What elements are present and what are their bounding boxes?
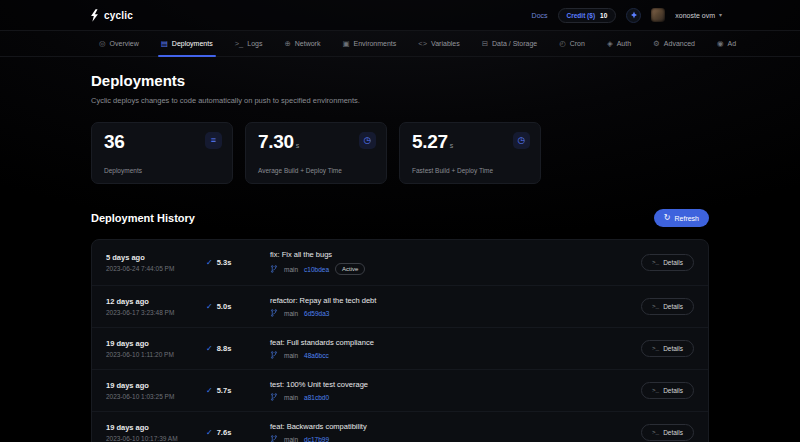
- database-icon: ⊟: [482, 40, 488, 48]
- commit-message: feat: Backwards compatibility: [270, 422, 641, 431]
- tab-overview[interactable]: ◎ Overview: [88, 31, 150, 56]
- git-branch-icon: [270, 393, 278, 401]
- main-content: Deployments Cyclic deploys changes to co…: [91, 72, 709, 442]
- build-duration: 7.6s: [217, 428, 232, 437]
- logo[interactable]: cyclic: [90, 9, 133, 22]
- terminal-icon: >_: [652, 429, 659, 436]
- commit-message: fix: Fix all the bugs: [270, 250, 641, 259]
- tab-label: Advanced: [664, 40, 695, 47]
- deployments-icon: ▤: [161, 40, 168, 48]
- branch-name: main: [284, 394, 298, 401]
- refresh-button[interactable]: ↻ Refresh: [654, 209, 709, 227]
- branch-name: main: [284, 436, 298, 442]
- spark-icon-button[interactable]: [626, 8, 641, 23]
- tab-label: Network: [295, 40, 321, 47]
- top-bar: cyclic Docs Credit ($) 10 xonoste ovm ▾: [0, 0, 800, 31]
- relative-time: 5 days ago: [106, 253, 206, 262]
- commit-hash-link[interactable]: 6d59da3: [304, 310, 329, 317]
- terminal-icon: >_: [235, 40, 244, 48]
- refresh-icon: ↻: [664, 214, 671, 222]
- box-icon: ▣: [342, 40, 349, 48]
- tab-deployments[interactable]: ▤ Deployments: [150, 31, 224, 56]
- tab-admin[interactable]: ◉ Ad: [706, 31, 747, 56]
- build-duration: 5.3s: [217, 258, 232, 267]
- spark-icon: [630, 11, 638, 19]
- details-button[interactable]: >_ Details: [641, 340, 694, 357]
- stat-card-average-time: 7.30s ◷ Average Build + Deploy Time: [245, 122, 387, 184]
- details-label: Details: [663, 387, 683, 394]
- deployment-row: 12 days ago 2023-06-17 3:23:48 PM ✓ 5.0s…: [92, 285, 708, 327]
- stat-unit: s: [450, 142, 453, 149]
- git-branch-icon: [270, 435, 278, 442]
- chevron-down-icon: ▾: [719, 12, 722, 18]
- stat-card-fastest-time: 5.27s ◷ Fastest Build + Deploy Time: [399, 122, 541, 184]
- details-button[interactable]: >_ Details: [641, 254, 694, 271]
- terminal-icon: >_: [652, 387, 659, 394]
- credit-label: Credit ($): [567, 12, 596, 19]
- stats-row: 36 ≡ Deployments 7.30s ◷ Average Build +…: [91, 122, 709, 184]
- details-label: Details: [663, 429, 683, 436]
- terminal-icon: >_: [652, 303, 659, 310]
- tab-auth[interactable]: ◈ Auth: [596, 31, 642, 56]
- tab-environments[interactable]: ▣ Environments: [331, 31, 407, 56]
- commit-message: refactor: Repay all the tech debt: [270, 296, 641, 305]
- tab-data-storage[interactable]: ⊟ Data / Storage: [471, 31, 548, 56]
- active-badge: Active: [335, 263, 365, 275]
- stat-label: Average Build + Deploy Time: [258, 167, 342, 174]
- relative-time: 12 days ago: [106, 297, 206, 306]
- tab-label: Auth: [617, 40, 631, 47]
- build-duration: 5.7s: [217, 386, 232, 395]
- tab-network[interactable]: ⊕ Network: [273, 31, 331, 56]
- check-icon: ✓: [206, 259, 213, 267]
- globe-icon: ⊕: [284, 40, 290, 48]
- stat-label: Deployments: [104, 167, 142, 174]
- branch-name: main: [284, 310, 298, 317]
- timestamp: 2023-06-10 10:17:39 AM: [106, 435, 206, 442]
- details-label: Details: [663, 345, 683, 352]
- app-window: cyclic Docs Credit ($) 10 xonoste ovm ▾ …: [0, 0, 800, 442]
- tab-label: Ad: [728, 40, 737, 47]
- commit-hash-link[interactable]: 48a6bcc: [304, 352, 329, 359]
- docs-link[interactable]: Docs: [532, 12, 548, 19]
- tab-advanced[interactable]: ⚙ Advanced: [642, 31, 706, 56]
- commit-message: test: 100% Unit test coverage: [270, 380, 641, 389]
- commit-hash-link[interactable]: c10bdea: [304, 266, 329, 273]
- code-brackets-icon: <>: [418, 40, 427, 48]
- tab-label: Overview: [110, 40, 139, 47]
- avatar[interactable]: [651, 8, 665, 22]
- tab-label: Deployments: [172, 40, 213, 47]
- gear-icon: ⚙: [653, 40, 660, 48]
- deployment-row: 19 days ago 2023-06-10 1:11:20 PM ✓ 8.8s…: [92, 327, 708, 369]
- logo-text: cyclic: [104, 10, 133, 21]
- stat-card-deployments: 36 ≡ Deployments: [91, 122, 233, 184]
- user-menu[interactable]: xonoste ovm ▾: [675, 12, 722, 19]
- timestamp: 2023-06-17 3:23:48 PM: [106, 309, 206, 316]
- build-duration: 5.0s: [217, 302, 232, 311]
- details-button[interactable]: >_ Details: [641, 382, 694, 399]
- history-title: Deployment History: [91, 212, 195, 224]
- terminal-icon: >_: [652, 345, 659, 352]
- tab-label: Cron: [570, 40, 585, 47]
- tab-logs[interactable]: >_ Logs: [224, 31, 274, 56]
- tab-label: Environments: [354, 40, 397, 47]
- tab-cron[interactable]: ◴ Cron: [548, 31, 596, 56]
- build-duration: 8.8s: [217, 344, 232, 353]
- page-title: Deployments: [91, 72, 709, 89]
- details-button[interactable]: >_ Details: [641, 298, 694, 315]
- lightning-bolt-icon: [90, 9, 99, 22]
- details-button[interactable]: >_ Details: [641, 424, 694, 441]
- deployment-history-list: 5 days ago 2023-06-24 7:44:05 PM ✓ 5.3s …: [91, 239, 709, 442]
- commit-hash-link[interactable]: a81cbd0: [304, 394, 329, 401]
- terminal-icon: >_: [652, 259, 659, 266]
- stopwatch-icon: ◷: [513, 132, 530, 149]
- check-icon: ✓: [206, 429, 213, 437]
- commit-hash-link[interactable]: dc17b99: [304, 436, 329, 442]
- clock-icon: ◴: [559, 40, 566, 48]
- branch-name: main: [284, 266, 298, 273]
- check-icon: ✓: [206, 303, 213, 311]
- relative-time: 19 days ago: [106, 423, 206, 432]
- branch-name: main: [284, 352, 298, 359]
- credit-badge[interactable]: Credit ($) 10: [558, 8, 617, 23]
- details-label: Details: [663, 259, 683, 266]
- tab-variables[interactable]: <> Variables: [407, 31, 470, 56]
